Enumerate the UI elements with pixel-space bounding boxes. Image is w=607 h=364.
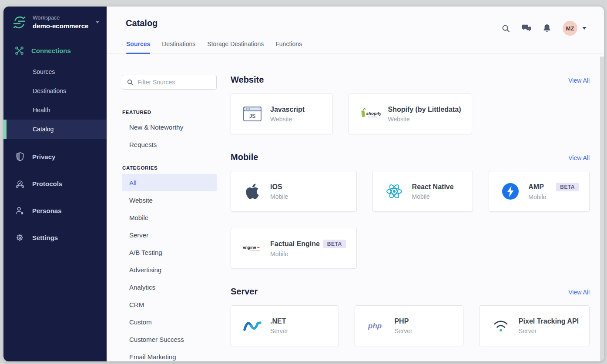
card-title: .NET xyxy=(270,317,286,325)
card-title: PHP xyxy=(394,317,409,325)
tab-storage-destinations[interactable]: Storage Destinations xyxy=(207,40,264,53)
source-card-amp[interactable]: AMP BETA Mobile xyxy=(489,171,590,212)
view-all-mobile-link[interactable]: View All xyxy=(568,154,590,161)
shield-icon xyxy=(15,152,25,161)
main-content: Catalog MZ xyxy=(107,7,604,361)
card-subtitle: Mobile xyxy=(270,193,346,200)
category-mobile[interactable]: Mobile xyxy=(122,209,217,226)
card-title: Javascript xyxy=(270,106,305,114)
sidebar: Workspace demo-ecommerce Connections Sou… xyxy=(3,7,107,361)
source-card-php[interactable]: php PHP Server xyxy=(355,305,463,346)
category-customer-success[interactable]: Customer Success xyxy=(122,331,217,348)
sidebar-item-personas[interactable]: Personas xyxy=(3,197,107,224)
category-website[interactable]: Website xyxy=(122,191,217,209)
protocols-icon xyxy=(15,179,25,188)
workspace-label: Workspace xyxy=(33,15,88,21)
source-card-factual-engine[interactable]: engine Factual Engine BETA Mobile xyxy=(231,228,357,269)
category-advertising[interactable]: Advertising xyxy=(122,261,217,278)
card-title: AMP xyxy=(528,183,544,191)
source-card-ios[interactable]: iOS Mobile xyxy=(231,171,357,212)
nav-item-label: Personas xyxy=(32,207,62,214)
personas-icon xyxy=(15,206,25,215)
catalog-sections: Website View All JS xyxy=(231,75,590,361)
svg-text:by Littledata: by Littledata xyxy=(367,116,377,118)
workspace-switcher[interactable]: Workspace demo-ecommerce xyxy=(3,7,107,40)
tab-destinations[interactable]: Destinations xyxy=(162,40,195,53)
card-subtitle: Server xyxy=(394,327,452,334)
apple-icon xyxy=(241,183,263,200)
filter-sources-searchbox[interactable] xyxy=(122,75,217,90)
segment-logo-icon xyxy=(12,15,27,30)
category-crm[interactable]: CRM xyxy=(122,296,217,313)
tab-sources[interactable]: Sources xyxy=(126,40,150,53)
sidebar-item-privacy[interactable]: Privacy xyxy=(3,143,107,170)
beta-badge: BETA xyxy=(323,240,346,248)
svg-text:php: php xyxy=(368,322,382,330)
sidebar-item-health[interactable]: Health xyxy=(3,100,107,120)
card-title: React Native xyxy=(412,183,454,191)
nav-item-label: Settings xyxy=(32,234,58,241)
sidebar-item-settings[interactable]: Settings xyxy=(3,224,107,251)
featured-item-requests[interactable]: Requests xyxy=(122,136,217,153)
search-icon xyxy=(127,79,134,86)
avatar[interactable]: MZ xyxy=(563,21,577,36)
gear-icon xyxy=(15,233,25,242)
category-analytics[interactable]: Analytics xyxy=(122,278,217,296)
category-server[interactable]: Server xyxy=(122,226,217,244)
svg-text:JS: JS xyxy=(249,113,256,119)
chat-icon[interactable] xyxy=(522,24,531,33)
search-icon[interactable] xyxy=(501,24,510,33)
bell-icon[interactable] xyxy=(543,23,551,33)
card-title: Pixel Tracking API xyxy=(519,317,579,325)
sub-item-label: Sources xyxy=(33,68,55,75)
section-title-mobile: Mobile xyxy=(231,152,258,162)
sidebar-item-connections[interactable]: Connections xyxy=(3,40,107,62)
svg-text:engine: engine xyxy=(243,245,256,250)
featured-header: FEATURED xyxy=(122,110,217,115)
view-all-website-link[interactable]: View All xyxy=(568,77,590,84)
svg-text:shopify: shopify xyxy=(366,111,381,116)
card-subtitle: Mobile xyxy=(528,194,579,200)
app-window: Workspace demo-ecommerce Connections Sou… xyxy=(3,7,604,361)
sub-item-label: Catalog xyxy=(33,126,54,133)
category-all[interactable]: All xyxy=(122,174,217,191)
pixel-wifi-icon xyxy=(490,318,512,333)
source-card-shopify[interactable]: shopify by Littledata Shopify (by Little… xyxy=(349,94,472,134)
sub-item-label: Health xyxy=(33,107,50,114)
card-subtitle: Server xyxy=(270,327,328,334)
connections-icon xyxy=(15,46,24,55)
amp-bolt-icon xyxy=(500,183,521,200)
user-menu[interactable]: MZ xyxy=(563,21,587,36)
source-card-javascript[interactable]: JS Javascript Website xyxy=(231,94,333,134)
source-card-react-native[interactable]: React Native Mobile xyxy=(372,171,473,212)
workspace-name: demo-ecommerce xyxy=(33,22,88,30)
sidebar-item-label: Connections xyxy=(31,47,71,54)
category-custom[interactable]: Custom xyxy=(122,313,217,331)
nav-item-label: Privacy xyxy=(32,153,55,160)
card-title: iOS xyxy=(270,183,282,191)
card-title: Factual Engine xyxy=(270,240,320,248)
card-title: Shopify (by Littledata) xyxy=(388,106,461,114)
sidebar-item-catalog[interactable]: Catalog xyxy=(3,120,107,139)
scrollbar[interactable] xyxy=(600,57,604,361)
card-subtitle: Website xyxy=(270,116,322,123)
sidebar-item-protocols[interactable]: Protocols xyxy=(3,170,107,197)
js-browser-icon: JS xyxy=(241,106,263,122)
source-card-pixel-tracking-api[interactable]: Pixel Tracking API Server xyxy=(479,305,590,346)
chevron-down-icon xyxy=(582,27,587,30)
source-card-dotnet[interactable]: .NET Server xyxy=(231,305,339,346)
category-ab-testing[interactable]: A/B Testing xyxy=(122,244,217,261)
filter-sources-input[interactable] xyxy=(137,79,212,86)
engine-icon: engine xyxy=(241,243,263,254)
category-email-marketing[interactable]: Email Marketing xyxy=(122,348,217,361)
filter-panel: FEATURED New & Noteworthy Requests CATEG… xyxy=(122,75,217,361)
sidebar-item-destinations[interactable]: Destinations xyxy=(3,81,107,100)
featured-item-new-noteworthy[interactable]: New & Noteworthy xyxy=(122,118,217,136)
nav-item-label: Protocols xyxy=(32,180,62,187)
workspace-caret-icon[interactable] xyxy=(95,21,100,23)
tab-functions[interactable]: Functions xyxy=(275,40,302,53)
sidebar-item-sources[interactable]: Sources xyxy=(3,62,107,81)
header-actions: MZ xyxy=(501,21,587,36)
sub-item-label: Destinations xyxy=(33,87,66,94)
view-all-server-link[interactable]: View All xyxy=(568,289,590,296)
